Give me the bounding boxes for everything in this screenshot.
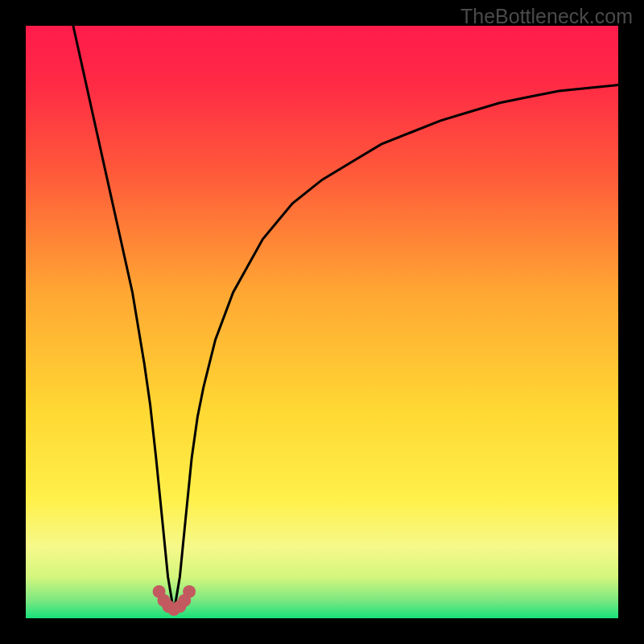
gradient-background [26,26,618,618]
bottleneck-chart [26,26,618,618]
watermark-text: TheBottleneck.com [460,5,633,28]
marker-dot [183,585,196,598]
chart-frame: TheBottleneck.com [0,0,644,644]
